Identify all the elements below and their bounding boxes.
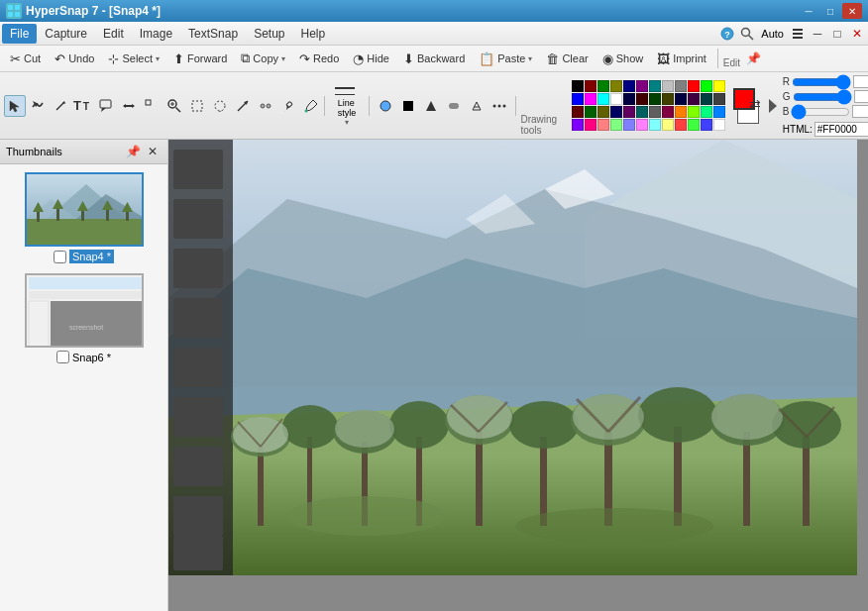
color-cell-24[interactable] [572,106,584,118]
color-cell-41[interactable] [636,119,648,131]
snap4-thumbnail-img[interactable] [25,172,144,247]
effects-tool-btn[interactable] [255,95,276,117]
pen-tool-btn[interactable] [50,95,71,117]
menu-help[interactable]: Help [293,24,334,44]
color-cell-4[interactable] [623,80,635,92]
color-cell-12[interactable] [572,93,584,105]
snap4-name[interactable]: Snap4 * [69,250,114,263]
color-cell-29[interactable] [636,106,648,118]
menu-file[interactable]: File [2,24,37,44]
line-style-button[interactable]: Linestyle ▾ [330,81,364,130]
callout-tool-btn[interactable] [95,95,117,117]
swap-colors-btn[interactable]: ⇄ [749,96,761,112]
outline-btn[interactable] [420,95,442,117]
color-cell-13[interactable] [585,93,597,105]
black-fill-btn[interactable] [397,95,419,117]
color-cell-17[interactable] [636,93,648,105]
thumbnails-close-btn[interactable]: ✕ [144,143,162,160]
more-fill-btn[interactable] [488,95,510,117]
text-tool-btn[interactable]: T T [72,95,94,117]
color-cell-33[interactable] [688,106,700,118]
toolbar-settings-btn[interactable] [789,25,807,43]
color-cell-37[interactable] [585,119,597,131]
color-fill-btn[interactable] [375,95,396,117]
color-cell-3[interactable] [610,80,622,92]
color-cell-7[interactable] [662,80,674,92]
arrow-tool-btn[interactable] [232,95,254,117]
menu-image[interactable]: Image [132,24,180,44]
html-color-input[interactable] [814,122,868,137]
color-cell-11[interactable] [713,80,725,92]
b-slider[interactable] [791,108,850,116]
color-cell-46[interactable] [701,119,712,131]
r-slider[interactable] [792,78,851,86]
color-arrow-btn[interactable] [765,95,781,117]
color-cell-25[interactable] [585,106,597,118]
lasso-tool-btn[interactable] [209,95,231,117]
copy-button[interactable]: ⧉ Copy ▾ [235,48,291,69]
color-cell-9[interactable] [688,80,700,92]
color-cell-44[interactable] [675,119,687,131]
color-cell-15[interactable] [610,93,622,105]
color-cell-26[interactable] [597,106,609,118]
minimize-button[interactable]: ─ [799,3,818,19]
show-button[interactable]: ◉ Show [597,49,650,69]
snap6-thumbnail-img[interactable]: screenshot [25,273,144,348]
g-value[interactable]: 255 [854,90,868,103]
color-cell-39[interactable] [610,119,622,131]
search-icon-btn[interactable] [738,25,756,43]
menu-capture[interactable]: Capture [37,24,95,44]
color-cell-45[interactable] [688,119,700,131]
color-cell-10[interactable] [701,80,712,92]
color-cell-36[interactable] [572,119,584,131]
color-cell-20[interactable] [675,93,687,105]
color-cell-32[interactable] [675,106,687,118]
thumbnails-pin-btn[interactable]: 📌 [124,143,142,160]
paste-button[interactable]: 📋 Paste ▾ [473,49,538,69]
help-icon-btn[interactable]: ? [718,25,736,43]
color-cell-14[interactable] [597,93,609,105]
snap4-checkbox[interactable] [54,251,66,263]
select-button[interactable]: ⊹ Select ▾ [102,49,165,69]
clear-button[interactable]: 🗑 Clear [540,49,594,69]
color-cell-38[interactable] [597,119,609,131]
r-value[interactable]: 255 [853,75,868,88]
color-cell-19[interactable] [662,93,674,105]
hide-button[interactable]: ◔ Hide [347,49,395,69]
dropper-tool-btn[interactable] [277,95,299,117]
color-cell-0[interactable] [572,80,584,92]
window-min-btn-toolbar[interactable]: ─ [809,25,826,43]
forward-button[interactable]: ⬆ Forward [167,49,233,69]
window-restore-btn-toolbar[interactable]: □ [828,25,846,43]
paint-btn[interactable] [466,95,488,117]
crop-tool-btn[interactable] [186,95,208,117]
close-button[interactable]: ✕ [842,3,862,19]
fill-dropper-btn[interactable] [303,95,319,117]
color-cell-31[interactable] [662,106,674,118]
color-cell-34[interactable] [701,106,712,118]
select-tool-btn[interactable] [4,95,26,117]
imprint-button[interactable]: 🖼 Imprint [651,49,712,69]
color-cell-5[interactable] [636,80,648,92]
color-cell-30[interactable] [649,106,661,118]
undo-button[interactable]: ↶ Undo [49,49,100,69]
snap6-name[interactable]: Snap6 * [72,352,111,363]
canvas-area[interactable] [168,140,868,611]
color-cell-1[interactable] [585,80,597,92]
b-value[interactable]: 0 [852,105,868,118]
redo-button[interactable]: ↷ Redo [293,49,345,69]
color-cell-18[interactable] [649,93,661,105]
g-slider[interactable] [793,93,852,101]
color-cell-43[interactable] [662,119,674,131]
color-cell-8[interactable] [675,80,687,92]
color-cell-22[interactable] [701,93,712,105]
menu-setup[interactable]: Setup [246,24,292,44]
more-tools-btn[interactable] [141,95,163,117]
freeform-tool-btn[interactable] [27,95,49,117]
color-cell-2[interactable] [597,80,609,92]
color-cell-47[interactable] [713,119,725,131]
color-cell-42[interactable] [649,119,661,131]
zoom-tool-btn[interactable] [163,95,185,117]
color-cell-21[interactable] [688,93,700,105]
color-cell-35[interactable] [713,106,725,118]
